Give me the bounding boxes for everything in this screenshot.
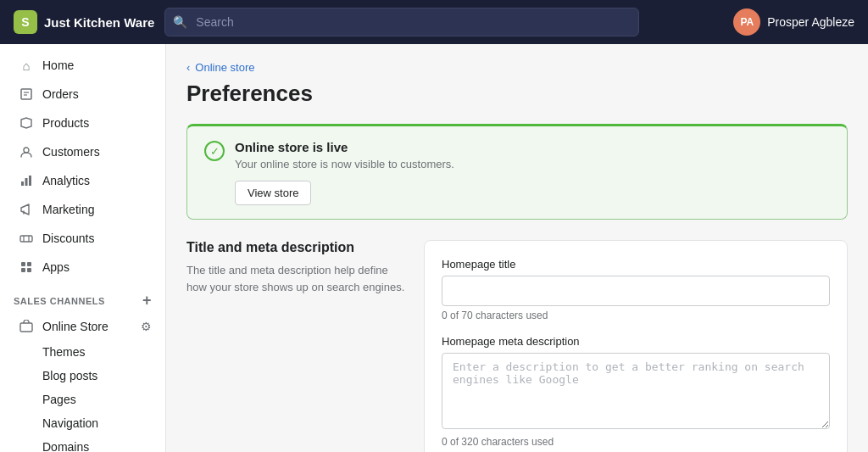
svg-rect-12 [21, 268, 25, 272]
homepage-title-char-count: 0 of 70 characters used [442, 310, 830, 321]
breadcrumb-parent: Online store [195, 61, 254, 74]
search-bar[interactable]: 🔍 [164, 8, 639, 36]
sidebar-sub-pages[interactable]: Pages [5, 388, 160, 411]
svg-rect-5 [25, 178, 28, 186]
sidebar-sub-pages-label: Pages [42, 393, 76, 406]
sidebar-item-home[interactable]: ⌂ Home [5, 51, 160, 80]
homepage-meta-label: Homepage meta description [442, 335, 830, 348]
sidebar-sub-blog-posts-label: Blog posts [42, 369, 97, 382]
shopify-logo-icon: S [14, 10, 37, 34]
breadcrumb-arrow: ‹ [186, 61, 190, 74]
sidebar-item-online-store[interactable]: Online Store ⚙ [5, 313, 160, 340]
svg-rect-10 [21, 262, 25, 266]
homepage-title-group: Homepage title 0 of 70 characters used [442, 258, 830, 321]
store-name: Just Kitchen Ware [44, 15, 154, 30]
user-name: Prosper Agbleze [767, 15, 854, 29]
page-title: Preferences [186, 81, 848, 107]
svg-rect-14 [20, 323, 32, 332]
breadcrumb[interactable]: ‹ Online store [186, 61, 848, 74]
avatar: PA [733, 8, 760, 36]
analytics-icon [19, 173, 34, 188]
sidebar-item-customers[interactable]: Customers [5, 137, 160, 166]
search-input[interactable] [164, 8, 639, 36]
sidebar-item-products[interactable]: Products [5, 109, 160, 137]
homepage-meta-textarea[interactable] [442, 353, 830, 429]
sidebar-item-analytics-label: Analytics [42, 174, 90, 187]
title-meta-description: The title and meta description help defi… [186, 262, 407, 295]
view-store-button[interactable]: View store [235, 181, 311, 205]
sidebar: ⌂ Home Orders Products Customers Analy [0, 44, 166, 452]
live-text: Online store is live Your online store i… [235, 140, 454, 205]
main-content: ‹ Online store Preferences ✓ Online stor… [166, 44, 868, 452]
title-meta-section: Title and meta description The title and… [186, 240, 848, 452]
online-store-settings-icon[interactable]: ⚙ [141, 320, 152, 333]
sidebar-item-orders[interactable]: Orders [5, 80, 160, 109]
store-logo-area[interactable]: S Just Kitchen Ware [14, 10, 154, 34]
svg-point-3 [24, 148, 29, 153]
svg-rect-13 [27, 268, 31, 272]
homepage-title-input[interactable] [442, 276, 830, 306]
add-sales-channel-button[interactable]: + [142, 292, 152, 310]
sidebar-item-home-label: Home [42, 59, 74, 72]
svg-rect-0 [21, 89, 31, 99]
homepage-meta-group: Homepage meta description 0 of 320 chara… [442, 335, 830, 448]
top-navigation: S Just Kitchen Ware 🔍 PA Prosper Agbleze [0, 0, 868, 44]
online-store-icon [19, 319, 34, 334]
sidebar-sub-navigation[interactable]: Navigation [5, 411, 160, 435]
user-area[interactable]: PA Prosper Agbleze [733, 8, 854, 36]
sidebar-item-marketing-label: Marketing [42, 203, 94, 216]
svg-rect-11 [27, 262, 31, 266]
apps-icon [19, 259, 34, 275]
discounts-icon [19, 231, 34, 246]
home-icon: ⌂ [19, 58, 34, 73]
sales-channels-label: SALES CHANNELS [14, 296, 105, 306]
homepage-meta-char-count: 0 of 320 characters used [442, 436, 830, 448]
sidebar-item-products-label: Products [42, 116, 89, 130]
sidebar-item-marketing[interactable]: Marketing [5, 195, 160, 224]
customers-icon [19, 144, 34, 159]
title-meta-left-panel: Title and meta description The title and… [186, 240, 407, 452]
sidebar-item-orders-label: Orders [42, 87, 79, 101]
svg-rect-7 [20, 236, 32, 242]
online-store-left: Online Store [19, 319, 108, 334]
sidebar-sub-themes-label: Themes [42, 345, 86, 359]
live-banner-title: Online store is live [235, 140, 454, 154]
sidebar-item-apps-label: Apps [42, 260, 70, 274]
orders-icon [19, 86, 34, 102]
title-meta-heading: Title and meta description [186, 240, 407, 255]
live-check-icon: ✓ [204, 141, 225, 161]
homepage-title-label: Homepage title [442, 258, 830, 271]
sidebar-item-discounts-label: Discounts [42, 232, 94, 245]
svg-rect-4 [21, 181, 24, 186]
sidebar-sub-blog-posts[interactable]: Blog posts [5, 364, 160, 388]
sidebar-sub-navigation-label: Navigation [42, 416, 98, 430]
sidebar-sub-domains[interactable]: Domains [5, 435, 160, 452]
live-banner: ✓ Online store is live Your online store… [186, 124, 848, 220]
products-icon [19, 115, 34, 131]
sidebar-item-discounts[interactable]: Discounts [5, 224, 160, 253]
online-store-label: Online Store [42, 320, 108, 333]
sidebar-sub-domains-label: Domains [42, 440, 89, 452]
sidebar-item-analytics[interactable]: Analytics [5, 166, 160, 195]
search-icon: 🔍 [173, 15, 187, 29]
sidebar-item-apps[interactable]: Apps [5, 253, 160, 282]
sidebar-item-customers-label: Customers [42, 145, 100, 159]
sales-channels-section: SALES CHANNELS + [0, 282, 165, 313]
sidebar-sub-themes[interactable]: Themes [5, 340, 160, 364]
title-meta-right-panel: Homepage title 0 of 70 characters used H… [424, 240, 848, 452]
svg-rect-6 [29, 176, 31, 186]
marketing-icon [19, 202, 34, 217]
live-banner-description: Your online store is now visible to cust… [235, 158, 454, 170]
